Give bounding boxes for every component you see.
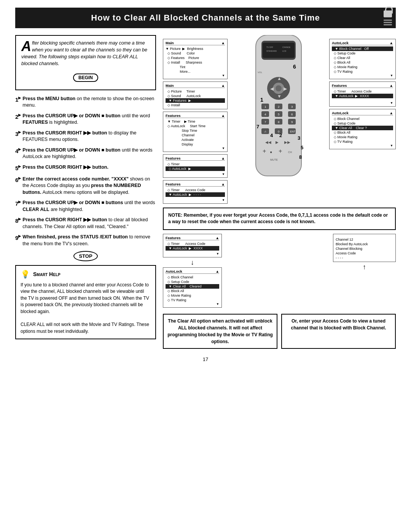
svg-text:-/-: -/- bbox=[264, 130, 267, 133]
menu-item: ◇ Install bbox=[166, 103, 225, 107]
caption-strong-right: Or, enter your Access Code to view a tun… bbox=[291, 318, 386, 331]
menu-item: ◇ Sound AutoLock bbox=[166, 94, 225, 98]
svg-text:8: 8 bbox=[299, 154, 302, 160]
step-3: 3▶ Press the CURSOR RIGHT ▶▶ button to d… bbox=[15, 130, 156, 143]
svg-text:4: 4 bbox=[270, 133, 273, 138]
svg-point-15 bbox=[276, 85, 282, 91]
menu-item: ◇ Block All bbox=[166, 289, 219, 293]
menu-item: ◇ Movie Rating bbox=[166, 293, 219, 298]
svg-text:◀: ◀ bbox=[270, 86, 274, 91]
svg-text:3: 3 bbox=[291, 105, 293, 109]
svg-text:VOL: VOL bbox=[258, 71, 263, 73]
step-1-num: 1▶ bbox=[15, 96, 21, 104]
screen-features-1: Features▲ ▼ Timer ▶ Time ◇ AutoLock Star… bbox=[163, 112, 228, 152]
menu-item: ◇ Block Channel bbox=[166, 275, 219, 280]
svg-text:▼: ▼ bbox=[277, 94, 282, 99]
screen-autolock-title-1: AutoLock▲ bbox=[332, 41, 393, 45]
menu-item: ◇ Movie Rating bbox=[332, 65, 393, 69]
step-2: 2▶ Press the CURSOR UP▶ or DOWN ■ button… bbox=[15, 113, 156, 126]
menu-item: ▼ Picture ▶ Brightness bbox=[166, 46, 225, 51]
menu-item: - - - - bbox=[336, 256, 393, 260]
svg-text:5: 5 bbox=[301, 145, 303, 150]
menu-item: ◇ Install Sharpness bbox=[166, 60, 225, 65]
step-6-num: 6▶ bbox=[15, 176, 21, 184]
menu-item: ◇ TV Rating bbox=[332, 139, 393, 144]
smart-help-title: Smart Help bbox=[33, 271, 61, 277]
svg-text:7: 7 bbox=[264, 120, 266, 124]
svg-text:1: 1 bbox=[264, 105, 266, 109]
step-4: 4▶ Press the CURSOR UP▶ or DOWN ■ button… bbox=[15, 147, 156, 160]
smart-help-box: 💡 Smart Help If you tune to a blocked ch… bbox=[15, 265, 156, 339]
screen-title-4: Features▲ bbox=[166, 156, 225, 161]
step-3-text: Press the CURSOR RIGHT ▶▶ button to disp… bbox=[22, 130, 156, 143]
step-2-num: 2▶ bbox=[15, 113, 21, 121]
menu-item: ◇ Timer Access Code bbox=[332, 89, 393, 94]
svg-text:ENT: ENT bbox=[290, 130, 296, 133]
menu-item-highlighted: ▼ AutoLock ▶ XXXX bbox=[332, 94, 393, 98]
menu-item: ◇ AutoLock Start Time bbox=[166, 124, 225, 128]
svg-text:CH: CH bbox=[288, 151, 292, 153]
menu-item: ◇ Features Picture bbox=[166, 56, 225, 60]
menu-item: ◇ Clear All bbox=[332, 56, 393, 60]
stop-badge: STOP bbox=[73, 251, 97, 261]
menu-item: ◇ Block All bbox=[332, 60, 393, 65]
step-7-text: Press the CURSOR UP▶ or DOWN ■ buttons u… bbox=[22, 200, 156, 213]
bulb-icon: 💡 bbox=[21, 270, 30, 279]
note-box: NOTE: Remember, if you ever forget your … bbox=[163, 208, 396, 230]
screen-title-1: Main▲ bbox=[166, 41, 225, 45]
screen-title-2: Main▲ bbox=[166, 83, 225, 88]
menu-item-highlighted: ▼ Clear All Cleared bbox=[166, 284, 219, 289]
svg-text:6: 6 bbox=[291, 113, 293, 116]
screen-channel-12: Channel 12 Blocked By AutoLock Channel B… bbox=[333, 234, 396, 262]
menu-item: Access Code bbox=[336, 251, 393, 256]
note-strong: NOTE: Remember, if you ever forget your … bbox=[168, 212, 388, 224]
remote-svg: TV OFF CHANGE STANDARD LCD 6 VOL ▲ ▼ ◀ ▶ bbox=[248, 35, 309, 180]
menu-item: More... bbox=[166, 69, 225, 74]
menu-item-highlighted: ▼ AutoLock ▶ XXXX bbox=[166, 246, 219, 251]
svg-text:4: 4 bbox=[264, 113, 266, 116]
menu-item-highlighted: ▼ Clear All Clear ? bbox=[332, 126, 393, 130]
svg-text:1: 1 bbox=[260, 97, 263, 103]
screen-title-b2: AutoLock▲ bbox=[166, 269, 219, 274]
svg-text:▶: ▶ bbox=[284, 86, 287, 91]
screen-features-2: Features▲ ◇ Timer ◇ AutoLock ▶ ▼ bbox=[163, 154, 228, 178]
begin-badge: BEGIN bbox=[73, 73, 98, 82]
menu-item: ◇ Setup Code bbox=[332, 51, 393, 56]
menu-item-highlighted: ▼ Block Channel Off bbox=[332, 46, 393, 51]
step-9: 9▶ When finished, press the STATUS /EXIT… bbox=[15, 234, 156, 247]
smart-help-header: 💡 Smart Help bbox=[21, 270, 151, 279]
intro-box: After blocking specific channels there m… bbox=[15, 35, 156, 90]
step-1-text: Press the MENU button on the remote to s… bbox=[22, 96, 156, 109]
svg-text:CHANGE: CHANGE bbox=[282, 46, 291, 48]
svg-text:3: 3 bbox=[298, 135, 300, 141]
svg-text:TV OFF: TV OFF bbox=[266, 46, 273, 48]
menu-item-highlighted: ▼ AutoLock ▶ - - - - bbox=[166, 192, 225, 197]
svg-text:+: + bbox=[263, 148, 266, 154]
screen-bottom-xxxx: Features▲ ◇ Timer Access Code ▼ AutoLock… bbox=[163, 234, 222, 257]
step-5-num: 5▶ bbox=[15, 164, 21, 172]
menu-item: ◇ Picture Timer bbox=[166, 89, 225, 94]
screen-title-xxxx: Features▲ bbox=[332, 83, 393, 88]
step-5: 5▶ Press the CURSOR RIGHT ▶▶ button. bbox=[15, 164, 156, 172]
step-4-text: Press the CURSOR UP▶ or DOWN ■ button un… bbox=[22, 147, 156, 160]
menu-item: Blocked By AutoLock bbox=[336, 242, 393, 246]
step-4-num: 4▶ bbox=[15, 147, 21, 155]
step-7-num: 7▶ bbox=[15, 200, 21, 208]
right-column: Main▲ ▼ Picture ▶ Brightness ◇ Sound Col… bbox=[163, 35, 396, 349]
menu-item: ▼ Timer ▶ Time bbox=[166, 119, 225, 124]
svg-text:8: 8 bbox=[278, 120, 280, 124]
step-9-text: When finished, press the STATUS /EXIT bu… bbox=[22, 234, 156, 247]
page-header: How to Clear All Blocked Channels at the… bbox=[15, 8, 396, 28]
step-7: 7▶ Press the CURSOR UP▶ or DOWN ■ button… bbox=[15, 200, 156, 213]
svg-text:LCD: LCD bbox=[282, 50, 286, 52]
step-6: 6▶ Enter the correct access code number.… bbox=[15, 176, 156, 196]
svg-text:■: ■ bbox=[270, 150, 272, 154]
menu-item: Activate bbox=[166, 137, 225, 142]
intro-text: After blocking specific channels there m… bbox=[21, 40, 150, 67]
drop-cap: A bbox=[21, 40, 31, 53]
left-column: After blocking specific channels there m… bbox=[15, 35, 156, 349]
menu-item: ◇ Timer Access Code bbox=[166, 188, 225, 192]
screen-title-5: Features▲ bbox=[166, 182, 225, 187]
step-6-text: Enter the correct access code number. "X… bbox=[22, 176, 156, 196]
bottom-captions: The Clear All option when activated will… bbox=[163, 314, 396, 349]
